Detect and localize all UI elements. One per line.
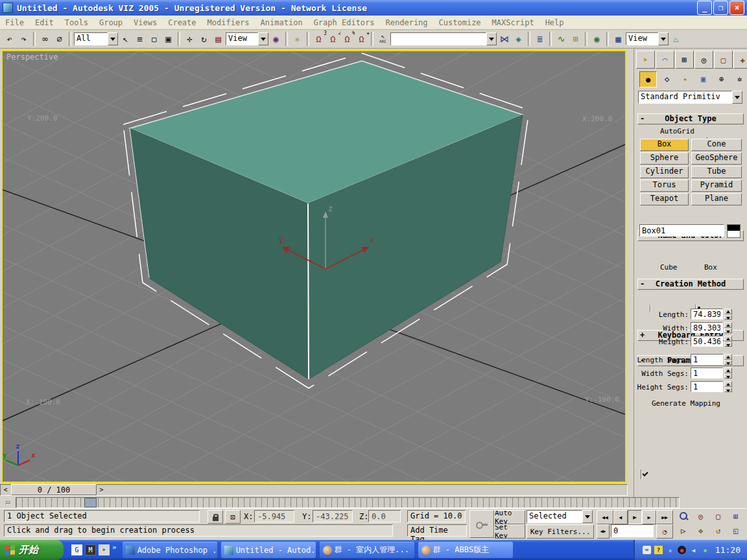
length-segs-field[interactable] [691,354,723,365]
menu-edit[interactable]: Edit [35,18,54,27]
height-spinner[interactable] [724,336,732,347]
chevron-down-icon[interactable] [258,32,268,45]
category-shapes[interactable]: ◇ [659,71,675,86]
z-coord-field[interactable] [368,510,401,522]
arc-rotate-icon[interactable]: ↺ [711,524,726,537]
manipulate-icon[interactable]: ✳ [290,32,304,46]
redo-icon[interactable]: ↷ [17,32,30,46]
pan-icon[interactable]: ✥ [693,524,708,537]
align-icon[interactable]: ◈ [512,32,525,46]
tray-volume-icon[interactable]: ◀ [689,546,698,554]
category-systems[interactable]: ✲ [731,71,747,86]
width-segs-spinner[interactable] [724,368,732,379]
object-button-pyramid[interactable]: Pyramid [691,180,742,192]
object-button-box[interactable]: Box [640,139,689,151]
named-selection-dropdown[interactable] [390,32,497,45]
chevron-down-icon[interactable] [732,91,742,104]
mirror-icon[interactable]: ⋈ [497,32,511,46]
use-center-icon[interactable]: ◉ [269,32,283,46]
width-field[interactable] [691,322,723,333]
generate-mapping-checkbox[interactable] [641,470,642,480]
tray-keyboard-icon[interactable]: ⌨ [643,546,651,554]
category-geometry[interactable]: ● [639,71,657,88]
edit-named-selections-icon[interactable]: ↖ARC [376,32,390,46]
width-segs-field[interactable] [691,368,723,379]
key-mode-toggle[interactable]: ◀▶ [597,524,610,539]
crossing-selection-icon[interactable]: ▣ [161,32,175,46]
quicklaunch-messenger-icon[interactable]: M [85,544,96,555]
tab-create[interactable]: ➤ [636,51,655,69]
tray-help-icon[interactable]: ? [654,546,663,554]
close-button[interactable]: × [729,1,744,15]
menu-graph-editors[interactable]: Graph Editors [314,18,375,27]
object-button-plane[interactable]: Plane [691,193,742,205]
render-type-dropdown[interactable]: View [626,32,669,45]
absolute-mode-icon[interactable]: ⊡ [225,510,241,524]
length-spinner[interactable] [724,309,732,320]
track-bar-frame-indicator[interactable] [84,498,97,508]
tab-utilities[interactable]: ✚ [733,51,747,69]
object-button-sphere[interactable]: Sphere [640,152,689,165]
object-button-cone[interactable]: Cone [691,139,742,151]
quicklaunch-pointer-icon[interactable]: ➤ [99,544,110,555]
selection-lock-toggle[interactable] [208,510,223,524]
category-helpers[interactable]: ⊕ [713,71,729,86]
next-frame-button[interactable]: ▶ [642,510,656,524]
object-color-swatch[interactable] [727,224,741,238]
viewport-canvas[interactable]: x y z z y x Perspective Y:200.0 X:200.0 … [3,51,625,482]
snap-toggle-3d-icon[interactable]: Ω3 [312,32,326,46]
object-button-tube[interactable]: Tube [691,166,742,178]
current-frame-field[interactable] [611,524,654,537]
menu-tools[interactable]: Tools [65,18,88,27]
quick-render-icon[interactable]: ♨ [669,32,683,46]
taskbar-task-qq-group2[interactable]: 群 - ABBS版主 [418,542,513,558]
select-object-icon[interactable]: ↖ [119,32,132,46]
chevron-down-icon[interactable] [486,32,497,45]
menu-customize[interactable]: Customize [439,18,481,27]
play-button[interactable]: ▶ [628,510,642,524]
select-link-icon[interactable]: ∞ [38,32,52,46]
zoom-icon[interactable] [676,510,691,523]
tab-modify[interactable]: ◠ [656,51,674,69]
time-prev-icon[interactable]: < [1,485,10,494]
layers-icon[interactable]: ≣ [533,32,547,46]
set-keys-button[interactable] [469,510,494,538]
unlink-icon[interactable]: ⌀ [53,32,66,46]
taskbar-task-viz[interactable]: Untitled - Autod... [221,542,316,558]
go-end-button[interactable]: ▶▶ [656,510,673,524]
time-next-icon[interactable]: > [97,485,106,494]
selection-filter-dropdown[interactable]: All [74,32,118,45]
time-config-button[interactable]: ◔ [656,524,673,539]
start-button[interactable]: 开始 [0,540,64,560]
chevron-down-icon[interactable] [658,32,669,45]
length-field[interactable] [691,309,723,320]
percent-snap-icon[interactable]: Ω% [340,32,354,46]
go-start-button[interactable]: ◀◀ [597,510,613,524]
tray-qq-icon[interactable]: ● [678,546,686,554]
menu-file[interactable]: File [5,18,24,27]
restore-button[interactable]: ❐ [713,1,728,15]
material-editor-icon[interactable]: ◉ [590,32,604,46]
y-coord-field[interactable] [313,510,353,522]
fov-region-icon[interactable]: ▷ [676,524,691,537]
rect-selection-region-icon[interactable]: ◻ [147,32,161,46]
spinner-snap-icon[interactable]: Ω+ [355,32,368,46]
viewport-label[interactable]: Perspective [6,52,58,62]
zoom-extents-icon[interactable]: ▢ [711,510,726,523]
tab-hierarchy[interactable]: ⊞ [675,51,694,69]
auto-key-button[interactable]: Auto Key [494,510,525,524]
menu-rendering[interactable]: Rendering [386,18,428,27]
prev-frame-button[interactable]: ◀ [613,510,628,524]
quicklaunch-media-icon[interactable]: G [71,544,82,555]
set-key-button[interactable]: Set Key [494,524,525,539]
object-button-teapot[interactable]: Teapot [640,193,689,205]
menu-group[interactable]: Group [99,18,123,27]
category-cameras[interactable]: ▣ [695,71,711,86]
menu-help[interactable]: Help [545,18,564,27]
curve-editor-icon[interactable]: ∿ [554,32,568,46]
tab-motion[interactable]: ◎ [694,51,713,69]
object-button-torus[interactable]: Torus [640,180,689,192]
tray-antivirus-icon[interactable]: ◆ [701,546,709,554]
rollout-creation-method[interactable]: - Creation Method [637,279,744,290]
select-by-name-icon[interactable]: ≡ [133,32,147,46]
